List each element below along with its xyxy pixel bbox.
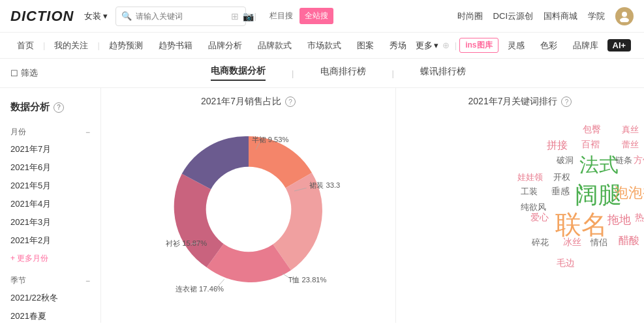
camera-icon[interactable]: 📷 xyxy=(243,11,254,22)
sub-header: ☐ 筛选 电商数据分析 | 电商排行榜 | 蝶讯排行榜 xyxy=(0,59,644,88)
season-item-1[interactable]: 2021春夏 xyxy=(0,307,100,323)
nav-pattern[interactable]: 图案 xyxy=(350,40,380,52)
nav-trend-predict[interactable]: 趋势预测 xyxy=(102,40,149,52)
nav-market-style[interactable]: 市场款式 xyxy=(301,40,348,52)
keyword-10[interactable]: 开权 xyxy=(553,171,570,183)
month-item-3[interactable]: 2021年4月 xyxy=(0,195,100,213)
season-collapse-icon[interactable]: − xyxy=(85,276,90,286)
nav-fashioncircle[interactable]: 时尚圈 xyxy=(457,10,483,22)
filter-button[interactable]: ☐ 筛选 xyxy=(10,67,38,79)
main-nav: 首页 | 我的关注 | 趋势预测 趋势书籍 品牌分析 品牌款式 市场款式 图案 … xyxy=(0,33,644,59)
search-type-btns: 栏目搜 全站搜 xyxy=(264,8,333,24)
month-item-2[interactable]: 2021年5月 xyxy=(0,177,100,195)
help-icon[interactable]: ? xyxy=(54,102,64,113)
keyword-7[interactable]: 链条 xyxy=(615,155,632,166)
women-selector[interactable]: 女装 ▾ xyxy=(84,10,108,22)
month-item-5[interactable]: 2021年2月 xyxy=(0,231,100,250)
keyword-22[interactable]: 情侣 xyxy=(590,237,607,248)
tab-dieXun-ranking[interactable]: 蝶讯排行榜 xyxy=(420,66,466,80)
keyword-1[interactable]: 真丝 xyxy=(622,124,639,136)
grid-icon[interactable]: ⊞ xyxy=(231,11,239,22)
season-item-0[interactable]: 2021/22秋冬 xyxy=(0,289,100,307)
nav-store[interactable]: 国料商城 xyxy=(544,10,577,22)
keyword-12[interactable]: 垂感 xyxy=(551,186,570,198)
sidebar: 数据分析 ? 月份 − 2021年7月 2021年6月 2021年5月 2021… xyxy=(0,88,101,323)
chart-title: 2021年7月销售占比 ? xyxy=(112,96,385,108)
header-nav-right: 时尚圈 DCI云源创 国料商城 学院 xyxy=(457,7,634,25)
chart-area: 2021年7月销售占比 ? 裙装 33.33% xyxy=(101,88,396,323)
tab-ecommerce-analysis[interactable]: 电商数据分析 xyxy=(211,65,266,81)
month-section: 月份 − 2021年7月 2021年6月 2021年5月 2021年4月 202… xyxy=(0,124,100,267)
label-lianyiqun: 连衣裙 17.46% xyxy=(176,285,224,293)
label-txu: T恤 23.81% xyxy=(288,276,326,284)
nav-ins-gallery[interactable]: ins图库 xyxy=(459,38,498,53)
donut-hole xyxy=(206,167,291,252)
keyword-14[interactable]: 泡泡袖 xyxy=(614,183,644,203)
search-icon: 🔍 xyxy=(121,11,132,21)
all-search-btn[interactable]: 全站搜 xyxy=(299,8,333,24)
nav-brand-analysis[interactable]: 品牌分析 xyxy=(202,40,249,52)
tab-ecommerce-ranking[interactable]: 电商排行榜 xyxy=(320,66,366,80)
word-cloud: 包臀真丝拼接百褶蕾丝破洞法式链条方领娃娃领开权工装垂感阔腿泡泡袖纯欲风爱心联名拖… xyxy=(406,121,634,303)
month-collapse-icon[interactable]: − xyxy=(85,128,90,137)
keyword-11[interactable]: 工装 xyxy=(521,186,538,198)
label-qunzhuang: 裙装 33.33% xyxy=(309,181,340,189)
nav-inspiration[interactable]: 灵感 xyxy=(501,40,531,52)
nav-ai[interactable]: AI+ xyxy=(607,39,632,52)
nav-brand-style[interactable]: 品牌款式 xyxy=(251,40,298,52)
keyword-4[interactable]: 蕾丝 xyxy=(622,139,639,151)
nav-color[interactable]: 色彩 xyxy=(534,40,564,52)
season-section: 季节 − 2021/22秋冬 2021春夏 xyxy=(0,273,100,323)
nav-academy[interactable]: 学院 xyxy=(588,10,605,22)
keyword-6[interactable]: 法式 xyxy=(579,152,619,179)
nav-more[interactable]: 更多 ▾ ⊕ xyxy=(416,40,450,52)
keyword-16[interactable]: 爱心 xyxy=(530,212,549,224)
keywords-title: 2021年7月关键词排行 ? xyxy=(406,96,634,108)
sidebar-title: 数据分析 ? xyxy=(0,96,100,119)
keyword-20[interactable]: 碎花 xyxy=(532,237,549,248)
filter-icon: ☐ xyxy=(10,68,18,78)
avatar[interactable] xyxy=(615,7,634,25)
keywords-help-icon[interactable]: ? xyxy=(561,96,572,107)
keyword-3[interactable]: 百褶 xyxy=(581,139,600,151)
keyword-9[interactable]: 娃娃领 xyxy=(517,171,543,183)
donut-chart: 裙装 33.33% T恤 23.81% 连衣裙 17.46% 衬衫 15.87%… xyxy=(112,118,385,301)
keyword-8[interactable]: 方领 xyxy=(634,155,644,166)
logo: DICTION xyxy=(10,8,74,25)
keyword-2[interactable]: 拼接 xyxy=(547,139,568,153)
nav-my-follow[interactable]: 我的关注 xyxy=(48,40,95,52)
header: DICTION 女装 ▾ 🔍 ⊞ 📷 | 栏目搜 全站搜 时尚圈 DCI云源创 … xyxy=(0,0,644,33)
search-input[interactable] xyxy=(136,12,227,21)
nav-runway[interactable]: 秀场 xyxy=(383,40,413,52)
keyword-24[interactable]: 毛边 xyxy=(557,258,575,269)
keyword-0[interactable]: 包臀 xyxy=(583,124,601,136)
nav-brand-library[interactable]: 品牌库 xyxy=(566,40,605,52)
svg-point-1 xyxy=(620,18,629,22)
svg-point-0 xyxy=(622,12,627,17)
search-bar: 🔍 ⊞ 📷 xyxy=(115,7,246,26)
main-content: 数据分析 ? 月份 − 2021年7月 2021年6月 2021年5月 2021… xyxy=(0,88,644,323)
nav-trend-books[interactable]: 趋势书籍 xyxy=(152,40,199,52)
keyword-18[interactable]: 拖地 xyxy=(607,212,631,228)
more-months-btn[interactable]: + 更多月份 xyxy=(0,250,100,267)
donut-svg: 裙装 33.33% T恤 23.81% 连衣裙 17.46% 衬衫 15.87%… xyxy=(157,118,340,301)
keyword-5[interactable]: 破洞 xyxy=(557,155,574,166)
month-item-4[interactable]: 2021年3月 xyxy=(0,213,100,231)
chart-help-icon[interactable]: ? xyxy=(285,96,296,107)
nav-home[interactable]: 首页 xyxy=(10,40,40,52)
label-banqun: 半裙 9.53% xyxy=(251,136,288,143)
keyword-19[interactable]: 热裤 xyxy=(635,212,644,224)
keywords-area: 2021年7月关键词排行 ? 包臀真丝拼接百褶蕾丝破洞法式链条方领娃娃领开权工装… xyxy=(396,88,644,323)
label-chenshan: 衬衫 15.87% xyxy=(166,239,207,247)
keyword-21[interactable]: 冰丝 xyxy=(563,237,581,248)
nav-dci[interactable]: DCI云源创 xyxy=(493,10,533,22)
keyword-23[interactable]: 醋酸 xyxy=(619,234,639,248)
category-search-btn[interactable]: 栏目搜 xyxy=(264,8,298,24)
month-item-1[interactable]: 2021年6月 xyxy=(0,158,100,177)
data-tabs: 电商数据分析 | 电商排行榜 | 蝶讯排行榜 xyxy=(43,65,634,81)
month-item-0[interactable]: 2021年7月 xyxy=(0,140,100,158)
